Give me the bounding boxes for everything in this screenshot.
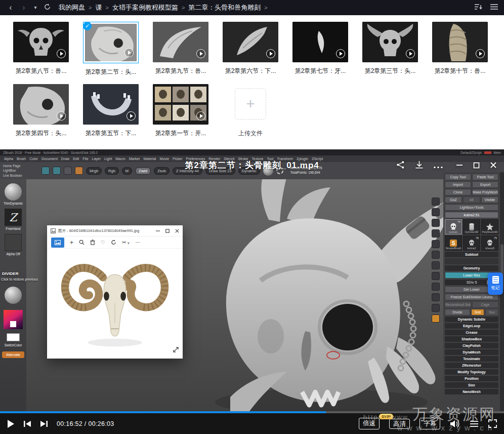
zbrush-right-shelf [432, 198, 440, 323]
file-card[interactable]: 第2章第九节：兽... [146, 22, 216, 76]
paste-tool-button: Paste Tool [472, 174, 498, 180]
geometry-sections: Dynamic SubdivEdgeLoopCreaseShadowBoxCla… [445, 317, 498, 394]
speed-button[interactable]: 倍速 [359, 418, 380, 429]
minimize-icon [156, 229, 160, 233]
photo-viewer-titlebar: 图片 - 604f216f61041dfcc1378018049ae991.jp… [47, 225, 183, 236]
breadcrumb: 我的网盘 > 课 > 女猎手案例教程模型篇 > 第二章：头骨和兽角雕刻 > [59, 3, 268, 12]
crop-icon: ✂ ∨ [122, 240, 130, 245]
geometry-section-header: DynaMesh [445, 349, 498, 355]
video-thumbnail [432, 22, 488, 62]
video-thumbnail [85, 24, 137, 61]
geometry-section-header: Position [445, 376, 498, 381]
export-button: Export [472, 181, 498, 188]
playlist-icon[interactable] [470, 420, 479, 427]
quality-button[interactable]: 高清 [389, 419, 410, 429]
file-card[interactable]: 第2章第十节：兽... [425, 22, 495, 76]
geometry-section-header: Dynamic Subdiv [445, 317, 498, 322]
play-icon[interactable] [196, 111, 205, 121]
play-icon[interactable] [57, 111, 66, 121]
download-icon[interactable] [415, 161, 424, 171]
file-row-1: 第2章第八节：兽... ✓ 第2章第二节：头... 第2章第九节：兽... [0, 22, 504, 76]
subtool-header: Subtool [445, 252, 498, 257]
close-icon[interactable] [490, 162, 497, 171]
progress-bar[interactable] [0, 411, 504, 413]
tool-slot-simplebrush: S SimpleBrush [445, 235, 462, 251]
view-toggle-icon[interactable] [490, 3, 498, 12]
file-card-selected[interactable]: ✓ 第2章第二节：头... [76, 22, 146, 76]
play-icon[interactable] [196, 49, 205, 58]
back-icon[interactable]: ‹ [6, 0, 15, 15]
zbrush-nav-button [432, 304, 440, 312]
subtitle-button[interactable]: 字幕 [419, 418, 440, 429]
material-preview-icon [5, 287, 22, 304]
upload-file-button[interactable]: + [235, 88, 266, 120]
play-icon[interactable] [336, 49, 345, 58]
file-name: 第2章第七节：牙... [295, 67, 346, 75]
more-icon[interactable] [434, 162, 443, 171]
more-icon: ⋯ [135, 240, 140, 245]
refresh-icon[interactable] [43, 0, 52, 15]
file-card[interactable]: 第2章第六节：下... [216, 22, 285, 76]
minimize-icon[interactable] [456, 162, 463, 171]
tool-slot-skull: 75 kubra1 [445, 219, 462, 234]
player-actions [396, 161, 497, 171]
time-display: 00:16:52 / 00:26:03 [57, 420, 114, 427]
play-icon[interactable] [266, 49, 275, 58]
file-card[interactable]: 第2章第八节：兽... [6, 22, 76, 76]
share-icon[interactable] [396, 161, 405, 171]
subtool-slot [445, 258, 498, 264]
video-thumbnail [153, 84, 208, 125]
cage-button: Cage [472, 301, 498, 308]
divide-button: Divide [445, 309, 470, 315]
breadcrumb-item[interactable]: 第二章：头骨和兽角雕刻 [188, 3, 261, 12]
history-dropdown-icon[interactable]: ▾ [32, 0, 38, 15]
geometry-section-header: Tessimate [445, 356, 498, 362]
zbrush-nav-button [432, 261, 440, 269]
geometry-section-header: ShadowBox [445, 336, 498, 342]
geometry-section-header: ZRemesher [445, 363, 498, 368]
forward-icon[interactable]: › [19, 0, 28, 15]
note-icon [492, 276, 499, 284]
brush-name-label: TrimDynamic [0, 202, 26, 205]
play-icon[interactable] [57, 49, 66, 58]
play-icon[interactable] [476, 49, 485, 58]
breadcrumb-item[interactable]: 我的网盘 [59, 3, 85, 12]
notes-button[interactable]: 笔记 [488, 272, 503, 295]
breadcrumb-item[interactable]: 课 [95, 3, 102, 12]
file-name: 第2章第四节：头... [16, 129, 67, 138]
fullscreen-icon[interactable] [488, 419, 497, 428]
alpha-label: Alpha Off [0, 252, 26, 256]
file-card[interactable]: 第2章第五节：下... [76, 84, 146, 138]
file-name: 第2章第三节：头... [365, 67, 416, 75]
current-tool-name: kubra2.51 [445, 212, 498, 218]
selected-check-icon[interactable]: ✓ [83, 22, 92, 30]
maximize-icon[interactable] [473, 162, 480, 171]
file-name: 第2章第八节：兽... [16, 67, 67, 75]
file-card[interactable]: 第2章第四节：头... [6, 84, 76, 138]
breadcrumb-item[interactable]: 女猎手案例教程模型篇 [112, 3, 178, 12]
previous-button[interactable] [23, 420, 31, 427]
play-icon[interactable] [406, 49, 415, 58]
play-button[interactable] [7, 419, 15, 428]
next-button[interactable] [40, 420, 48, 427]
geometry-section-header: Size [445, 382, 498, 388]
file-card[interactable]: 第2章第一节：开... [146, 84, 216, 138]
play-icon[interactable] [124, 48, 134, 57]
volume-icon[interactable] [450, 420, 460, 428]
tool-thumbnails: 75 kubra1 Cylinder3D PolyMesh3D S Simple… [445, 219, 498, 251]
file-card[interactable]: 第2章第三节：头... [355, 22, 425, 76]
video-player[interactable]: ZBrush 2018 · Free Mode · ActiveMem 5040… [0, 149, 504, 434]
ram-skull-photo [54, 254, 176, 352]
visible-button: Visible [481, 196, 498, 203]
sort-icon[interactable] [474, 3, 482, 12]
color-swatch-icon [7, 333, 20, 341]
alpha-slot-icon [5, 234, 22, 251]
make-polymesh-button: Make PolyMesh3D [472, 189, 498, 195]
color-picker-icon [4, 310, 23, 329]
file-card[interactable]: 第2章第七节：牙... [285, 22, 355, 76]
video-thumbnail [223, 22, 278, 62]
zbrush-nav-button [432, 283, 440, 291]
video-thumbnail [13, 22, 69, 62]
play-icon[interactable] [127, 111, 136, 121]
photo-title: 图片 - 604f216f61041dfcc1378018049ae991.jp… [58, 228, 153, 233]
